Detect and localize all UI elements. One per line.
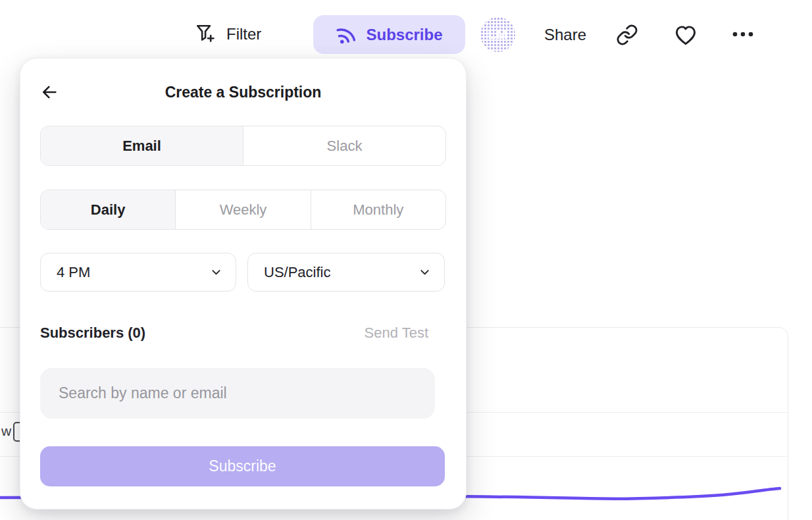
filter-button[interactable]: Filter: [194, 18, 261, 50]
subscriber-search: [40, 368, 435, 419]
tab-monthly[interactable]: Monthly: [311, 190, 445, 229]
heart-icon: [673, 22, 698, 47]
ellipsis-icon: [732, 30, 754, 38]
modal-title: Create a Subscription: [20, 84, 466, 101]
subscribe-toolbar-label: Subscribe: [366, 26, 442, 44]
rss-icon: [334, 22, 359, 47]
subscribe-submit-label: Subscribe: [209, 457, 276, 475]
time-select[interactable]: 4 PM: [40, 253, 236, 292]
subscribers-count-label: Subscribers (0): [40, 325, 145, 342]
chevron-down-icon: [210, 266, 222, 278]
partial-row-label: w: [1, 423, 11, 439]
tab-slack[interactable]: Slack: [243, 126, 445, 165]
share-button[interactable]: Share: [544, 26, 586, 44]
timezone-select-value: US/Pacific: [264, 264, 330, 281]
tab-weekly[interactable]: Weekly: [175, 190, 310, 229]
chevron-down-icon: [419, 266, 431, 278]
send-test-button[interactable]: Send Test: [365, 325, 428, 342]
link-icon: [616, 24, 638, 46]
channel-tabs: Email Slack: [40, 126, 446, 166]
subscriber-search-input[interactable]: [40, 368, 435, 419]
favorite-button[interactable]: [673, 22, 698, 47]
time-select-value: 4 PM: [57, 264, 90, 281]
create-subscription-modal: Create a Subscription Email Slack Daily …: [20, 58, 467, 509]
filter-label: Filter: [226, 25, 261, 43]
filter-plus-icon: [194, 22, 218, 46]
subscribe-submit-button[interactable]: Subscribe: [40, 446, 445, 486]
frequency-tabs: Daily Weekly Monthly: [40, 190, 446, 230]
more-menu-button[interactable]: [732, 30, 754, 38]
timezone-select[interactable]: US/Pacific: [247, 253, 445, 292]
tab-daily[interactable]: Daily: [41, 190, 175, 229]
user-avatar[interactable]: LM: [480, 17, 515, 52]
tab-email[interactable]: Email: [41, 126, 243, 165]
avatar-initials: LM: [488, 27, 508, 42]
copy-link-button[interactable]: [616, 24, 638, 46]
subscribe-toolbar-button[interactable]: Subscribe: [313, 15, 465, 54]
